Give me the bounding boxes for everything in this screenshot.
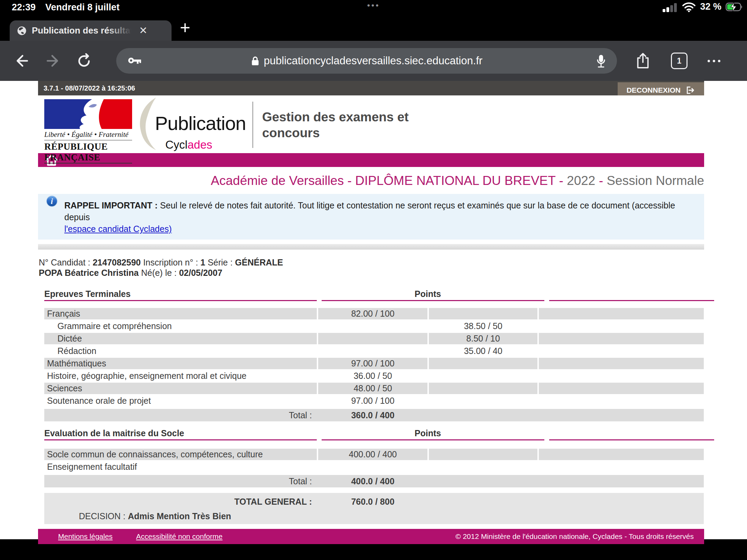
battery-charging-icon: [726, 2, 744, 12]
table-row: Socle commun de connaissances, compétenc…: [44, 449, 704, 461]
back-button[interactable]: [14, 53, 30, 69]
overflow-menu-icon[interactable]: [708, 60, 720, 62]
address-bar[interactable]: publicationcycladesversailles.siec.educa…: [116, 48, 617, 74]
cellular-signal-icon: [662, 2, 678, 12]
candidate-line-2: POPA Béatrice Christina Né(e) le : 02/05…: [39, 268, 704, 278]
product-subname: Cyclades: [165, 138, 212, 151]
tab-title: Publication des résultats: [32, 25, 136, 36]
table-row: Histoire, géographie, enseignement moral…: [44, 370, 704, 383]
app-version: 3.7.1 - 08/07/2022 à 16:25:06: [38, 81, 704, 95]
svg-text:i: i: [51, 197, 53, 206]
table-header: Evaluation de la maitrise du Socle Point…: [44, 427, 704, 439]
republique-francaise-logo: Liberté • Égalité • Fraternité RÉPUBLIQU…: [44, 99, 132, 164]
table-row: Dictée8.50 / 10: [44, 333, 704, 345]
table-row: Grammaire et compréhension38.50 / 50: [44, 320, 704, 333]
table-header: Epreuves Terminales Points: [44, 288, 704, 300]
browser-tab[interactable]: Publication des résultats ✕: [10, 20, 172, 41]
key-icon[interactable]: [127, 55, 142, 66]
forward-button[interactable]: [45, 53, 61, 69]
grand-total-row: TOTAL GENERAL : 760.0 / 800: [44, 496, 704, 507]
session-bar: 3.7.1 - 08/07/2022 à 16:25:06 DECONNEXIO…: [38, 81, 704, 95]
site-header: Liberté • Égalité • Fraternité RÉPUBLIQU…: [38, 95, 704, 153]
url-text: publicationcycladesversailles.siec.educa…: [264, 55, 482, 67]
results-table-epreuves: Epreuves Terminales Points Français82.00…: [44, 288, 704, 487]
battery-percent: 32 %: [700, 1, 721, 12]
table-row: Mathématiques97.00 / 100: [44, 358, 704, 370]
copyright-text: © 2012 Ministère de l'éducation national…: [455, 532, 694, 541]
status-bar: 22:39 Vendredi 8 juillet ••• 32 %: [0, 0, 747, 15]
logout-icon: [685, 85, 695, 95]
wifi-icon: [682, 2, 696, 12]
candidate-line-1: N° Candidat : 2147082590 Inscription n° …: [39, 257, 704, 268]
reload-button[interactable]: [76, 53, 92, 69]
grand-total-block: TOTAL GENERAL : 760.0 / 800 DECISION : A…: [44, 493, 704, 524]
table-row: Rédaction35.00 / 40: [44, 345, 704, 358]
info-icon: i: [46, 195, 58, 207]
table-row: Sciences48.00 / 50: [44, 383, 704, 395]
accessibility-link[interactable]: Accessibilité non conforme: [136, 532, 223, 541]
table-row: Français82.00 / 100: [44, 308, 704, 320]
app-title: Gestion des examens et concours: [262, 109, 463, 141]
new-tab-button[interactable]: +: [180, 19, 190, 37]
table-total-row: Total : 400.0 / 400: [44, 475, 704, 487]
decision-row: DECISION : Admis Mention Très Bien: [44, 510, 704, 522]
important-notice: i RAPPEL IMPORTANT : Seul le relevé de n…: [38, 194, 704, 240]
table-underline: [44, 439, 704, 440]
motto-text: Liberté • Égalité • Fraternité: [44, 130, 132, 140]
cyclades-swoosh-icon: [136, 97, 157, 150]
page-title: Académie de Versailles - DIPLÔME NATIONA…: [38, 173, 704, 188]
product-name: Publication: [155, 112, 246, 134]
lock-icon: [251, 56, 260, 66]
page-footer: Mentions légales Accessibilité non confo…: [38, 529, 704, 544]
multitask-dots-icon: •••: [0, 1, 747, 10]
tab-switcher-button[interactable]: 1: [671, 53, 688, 69]
web-page: 3.7.1 - 08/07/2022 à 16:25:06 DECONNEXIO…: [0, 81, 747, 539]
legal-link[interactable]: Mentions légales: [58, 532, 113, 541]
header-divider: [252, 102, 253, 148]
candidate-info: N° Candidat : 2147082590 Inscription n° …: [38, 257, 704, 278]
table-row: Soutenance orale de projet97.00 / 100: [44, 395, 704, 408]
republic-text: RÉPUBLIQUE FRANÇAISE: [44, 141, 132, 164]
browser-tab-strip: Publication des résultats ✕ +: [0, 15, 747, 41]
notice-label: RAPPEL IMPORTANT :: [64, 200, 158, 210]
table-row: Enseignement facultatif: [44, 461, 704, 474]
section-separator: [38, 244, 704, 250]
share-icon[interactable]: [635, 52, 651, 69]
cyclades-candidate-link[interactable]: l'espace candidat Cyclades): [64, 224, 172, 234]
browser-toolbar: publicationcycladesversailles.siec.educa…: [0, 41, 747, 81]
table-total-row: Total : 360.0 / 400: [44, 409, 704, 421]
microphone-icon[interactable]: [594, 53, 608, 69]
globe-favicon-icon: [17, 26, 27, 36]
table-underline: [44, 300, 704, 301]
home-nav-bar: [38, 153, 704, 167]
close-tab-icon[interactable]: ✕: [139, 26, 147, 36]
